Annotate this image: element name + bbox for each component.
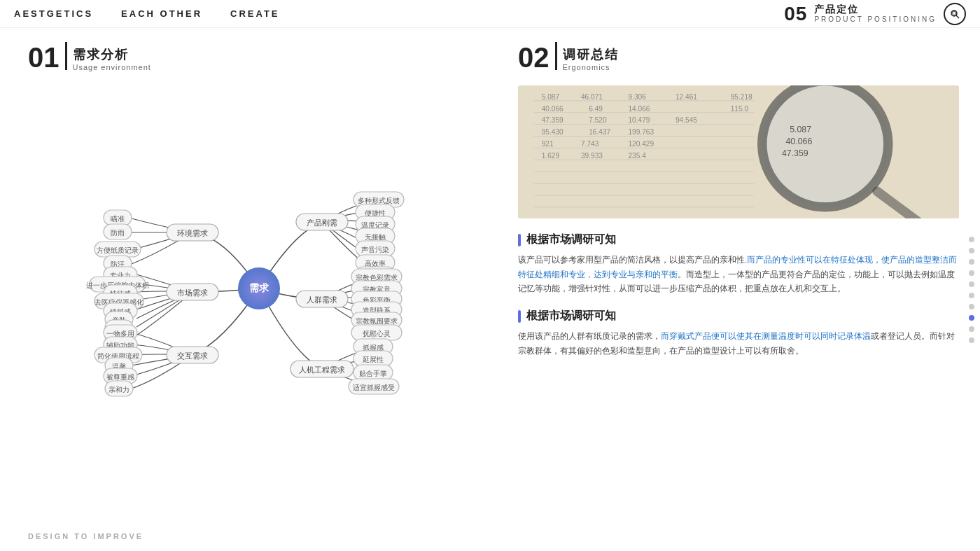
svg-text:温度记录: 温度记录 [361, 221, 389, 229]
svg-text:宗教色彩需求: 宗教色彩需求 [356, 274, 398, 281]
dot-9[interactable] [969, 326, 974, 332]
svg-point-120 [762, 85, 888, 207]
svg-text:交互需求: 交互需求 [177, 351, 208, 360]
header-right: 05 产品定位 PRODUCT POSITIONING [784, 3, 966, 25]
svg-text:5.087: 5.087 [542, 93, 560, 101]
section-divider-right [555, 42, 557, 70]
section-divider-left [65, 42, 67, 70]
section-header-left: 01 需求分析 Usage environment [28, 42, 483, 71]
research-text-2: 使用该产品的人群有纸质记录的需求，而穿戴式产品便可以使其在测量温度时可以同时记录… [518, 329, 959, 358]
svg-text:便捷性: 便捷性 [365, 209, 386, 217]
svg-text:40.066: 40.066 [542, 105, 564, 113]
svg-text:需求: 需求 [249, 282, 270, 293]
dot-6[interactable] [969, 293, 974, 298]
main-content: 01 需求分析 Usage environment [0, 28, 980, 551]
svg-text:199.763: 199.763 [629, 128, 654, 136]
svg-text:115.0: 115.0 [731, 105, 749, 113]
heading-bar-2 [518, 310, 521, 323]
svg-text:14.066: 14.066 [629, 105, 650, 113]
nav-each-other: EACH OTHER [121, 8, 202, 19]
svg-text:95.218: 95.218 [731, 93, 752, 101]
page-title-en: PRODUCT POSITIONING [814, 15, 937, 23]
svg-text:市场需求: 市场需求 [177, 288, 208, 297]
page-title-block: 产品定位 PRODUCT POSITIONING [814, 4, 937, 22]
svg-text:1.629: 1.629 [542, 152, 560, 160]
sidebar-dots [969, 237, 974, 343]
research-heading-text-2: 根据市场调研可知 [526, 309, 616, 323]
search-circle-icon[interactable] [944, 3, 966, 25]
research-text-2a: 使用该产品的人群有纸质记录的需求， [518, 332, 661, 340]
svg-text:47.359: 47.359 [542, 116, 564, 124]
svg-text:235.4: 235.4 [629, 152, 647, 160]
svg-text:瞄准: 瞄准 [111, 215, 125, 223]
svg-text:94.545: 94.545 [676, 116, 697, 124]
svg-text:7.520: 7.520 [589, 116, 607, 124]
svg-text:7.743: 7.743 [581, 140, 599, 148]
svg-text:39.933: 39.933 [581, 152, 603, 160]
svg-text:抚慰心灵: 抚慰心灵 [362, 330, 391, 337]
svg-text:适宜抓握感受: 适宜抓握感受 [353, 384, 395, 391]
section-cn-right: 调研总结 [563, 46, 619, 63]
svg-text:人机工程需求: 人机工程需求 [299, 365, 345, 374]
svg-text:5.087: 5.087 [790, 125, 811, 134]
research-section-1: 根据市场调研可知 该产品可以参考家用型产品的简洁风格，以提高产品的亲和性.而产品… [518, 232, 959, 296]
research-section-2: 根据市场调研可知 使用该产品的人群有纸质记录的需求，而穿戴式产品便可以使其在测量… [518, 309, 959, 358]
svg-text:10.479: 10.479 [629, 116, 650, 124]
nav-left: AESTGETICS EACH OTHER CREATE [14, 8, 280, 19]
svg-text:方便纸质记录: 方便纸质记录 [97, 246, 139, 254]
svg-text:宗教氛围要求: 宗教氛围要求 [356, 317, 398, 325]
svg-text:被尊重感: 被尊重感 [106, 373, 134, 381]
dot-4[interactable] [969, 270, 974, 276]
heading-bar-1 [518, 234, 521, 246]
dot-5[interactable] [969, 281, 974, 287]
footer-text: DESIGN TO IMPROVE [28, 532, 144, 540]
svg-text:6.49: 6.49 [589, 105, 603, 113]
section-title-right: 调研总结 Ergonomics [563, 46, 619, 71]
svg-text:40.066: 40.066 [786, 137, 813, 146]
svg-text:95.430: 95.430 [542, 128, 564, 136]
nav-create: CREATE [230, 8, 279, 19]
dot-2[interactable] [969, 248, 974, 253]
dot-1[interactable] [969, 237, 974, 242]
nav-aestgetics: AESTGETICS [14, 8, 93, 19]
svg-text:多种形式反馈: 多种形式反馈 [358, 197, 400, 204]
dot-10[interactable] [969, 337, 974, 343]
header: AESTGETICS EACH OTHER CREATE 05 产品定位 PRO… [0, 0, 980, 28]
svg-text:高效率: 高效率 [365, 260, 386, 267]
left-panel: 01 需求分析 Usage environment [0, 28, 504, 551]
section-en-right: Ergonomics [563, 63, 619, 71]
page-title-cn: 产品定位 [814, 4, 937, 15]
svg-text:12.461: 12.461 [676, 93, 697, 101]
dot-7[interactable] [969, 304, 974, 309]
page-number: 05 [784, 3, 807, 25]
dot-8[interactable] [969, 315, 974, 321]
svg-point-2 [953, 11, 956, 15]
svg-text:抓握感: 抓握感 [363, 344, 384, 351]
section-en-left: Usage environment [73, 63, 151, 71]
svg-text:16.437: 16.437 [589, 128, 610, 136]
research-text-1: 该产品可以参考家用型产品的简洁风格，以提高产品的亲和性.而产品的专业性可以在特征… [518, 253, 959, 296]
svg-text:人群需求: 人群需求 [307, 295, 337, 304]
svg-text:产品刚需: 产品刚需 [307, 218, 337, 227]
svg-text:延展性: 延展性 [362, 356, 384, 363]
research-heading-text-1: 根据市场调研可知 [526, 232, 616, 247]
research-image: 5.087 46.071 9.306 12.461 95.218 40.066 … [518, 85, 959, 218]
svg-text:声音污染: 声音污染 [361, 246, 389, 253]
section-num-left: 01 [28, 43, 59, 71]
svg-text:921: 921 [542, 140, 554, 148]
svg-text:亲和力: 亲和力 [108, 386, 130, 393]
research-heading-2: 根据市场调研可知 [518, 309, 959, 323]
section-title-left: 需求分析 Usage environment [73, 46, 151, 71]
svg-text:46.071: 46.071 [581, 93, 603, 101]
dot-3[interactable] [969, 259, 974, 265]
section-header-right: 02 调研总结 Ergonomics [518, 42, 959, 71]
svg-text:120.429: 120.429 [629, 140, 654, 148]
section-num-right: 02 [518, 43, 550, 71]
svg-text:9.306: 9.306 [629, 93, 647, 101]
svg-text:防雨: 防雨 [111, 229, 125, 237]
svg-text:无接触: 无接触 [365, 233, 386, 241]
research-text-2b: 而穿戴式产品便可以使其在测量温度时可以同时记录体温 [661, 332, 871, 340]
svg-text:环境需求: 环境需求 [177, 229, 208, 237]
svg-line-1 [956, 15, 959, 18]
section-cn-left: 需求分析 [73, 46, 151, 63]
